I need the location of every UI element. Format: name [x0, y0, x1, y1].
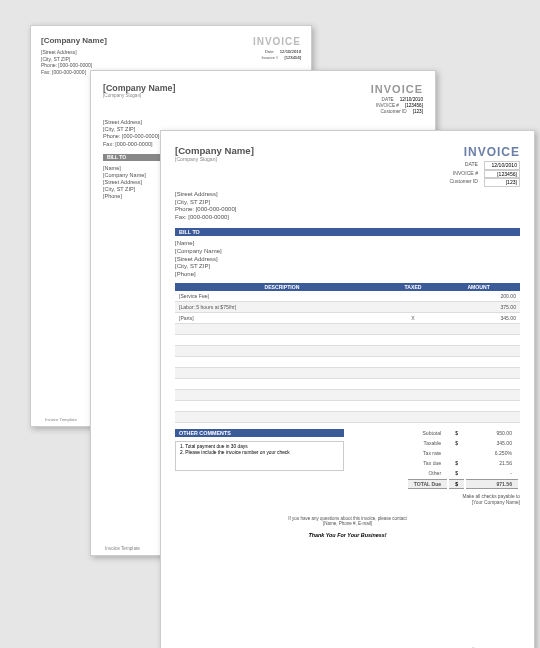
col-desc: DESCRIPTION: [175, 283, 389, 291]
subtotal-value: 950.00: [466, 429, 518, 437]
invoice-title: INVOICE: [371, 83, 423, 95]
other-label: Other: [408, 469, 447, 477]
comments-box: 1. Total payment due in 30 days 2. Pleas…: [175, 441, 344, 471]
item-desc: [Service Fee]: [175, 291, 389, 302]
totals-block: Subtotal$950.00 Taxable$345.00 Tax rate6…: [352, 427, 521, 491]
payable-line2: [Your Company Name]: [352, 500, 521, 506]
item-amount: [437, 390, 520, 401]
item-taxed: [389, 291, 437, 302]
total-value: 971.56: [466, 479, 518, 489]
taxable-label: Taxable: [408, 439, 447, 447]
billto-header: BILL TO: [175, 228, 520, 236]
company-slogan: [Company Slogan]: [175, 156, 254, 162]
item-amount: [437, 401, 520, 412]
line-items-table: DESCRIPTION TAXED AMOUNT [Service Fee]20…: [175, 283, 520, 423]
table-row: [175, 357, 520, 368]
credit-left: Invoice Template: [45, 417, 77, 422]
billto-street: [Street Address]: [175, 256, 520, 264]
item-desc: [Parts]: [175, 313, 389, 324]
cust-label: Customer ID: [381, 109, 407, 115]
item-amount: [437, 379, 520, 390]
invnum-value: [123456]: [284, 55, 301, 61]
item-taxed: [389, 357, 437, 368]
col-amount: AMOUNT: [437, 283, 520, 291]
item-desc: [175, 401, 389, 412]
tax-value: 21.56: [466, 459, 518, 467]
table-row: [175, 346, 520, 357]
item-taxed: [389, 401, 437, 412]
item-amount: 375.00: [437, 302, 520, 313]
table-row: [175, 379, 520, 390]
addr-city: [City, ST ZIP]: [175, 199, 520, 207]
total-label: TOTAL Due: [408, 479, 447, 489]
billto-phone: [Phone]: [175, 271, 520, 279]
billto-co: [Company Name]: [175, 248, 520, 256]
comment-line: 2. Please include the invoice number on …: [180, 450, 339, 456]
item-desc: [175, 324, 389, 335]
cust-value: [123]: [484, 178, 520, 187]
billto-city: [City, ST ZIP]: [175, 263, 520, 271]
other-value: -: [466, 469, 518, 477]
item-taxed: [389, 324, 437, 335]
table-row: [175, 335, 520, 346]
comments-header: OTHER COMMENTS: [175, 429, 344, 437]
table-row: [175, 324, 520, 335]
rate-label: Tax rate: [408, 449, 447, 457]
taxable-value: 345.00: [466, 439, 518, 447]
item-desc: [175, 368, 389, 379]
invnum-label: Invoice #: [261, 55, 278, 61]
item-taxed: [389, 412, 437, 423]
item-amount: [437, 412, 520, 423]
cust-label: Customer ID: [449, 178, 478, 187]
item-taxed: [389, 346, 437, 357]
thank-you: Thank You For Your Business!: [175, 532, 520, 538]
item-desc: [175, 346, 389, 357]
cust-value: [123]: [413, 109, 423, 115]
item-amount: [437, 357, 520, 368]
company-name: [Company Name]: [103, 83, 175, 93]
addr-street: [Street Address]: [103, 119, 423, 126]
invoice-title: INVOICE: [253, 36, 301, 47]
billto-name: [Name]: [175, 240, 520, 248]
item-amount: [437, 335, 520, 346]
item-amount: [437, 368, 520, 379]
table-row: [Parts]X345.00: [175, 313, 520, 324]
table-row: [Service Fee]200.00: [175, 291, 520, 302]
table-row: [175, 412, 520, 423]
item-desc: [175, 390, 389, 401]
item-taxed: [389, 368, 437, 379]
item-taxed: [389, 390, 437, 401]
invnum-label: INVOICE #: [453, 170, 478, 179]
date-label: DATE: [465, 161, 478, 170]
tax-label: Tax due: [408, 459, 447, 467]
date-value: 12/10/2010: [484, 161, 520, 170]
item-taxed: [389, 335, 437, 346]
table-row: [Labor: 5 hours at $75/hr]375.00: [175, 302, 520, 313]
item-desc: [175, 357, 389, 368]
item-amount: 200.00: [437, 291, 520, 302]
invoice-title: INVOICE: [449, 145, 520, 159]
subtotal-label: Subtotal: [408, 429, 447, 437]
table-row: [175, 401, 520, 412]
item-taxed: X: [389, 313, 437, 324]
invnum-value: [123456]: [484, 170, 520, 179]
company-name: [Company Name]: [175, 145, 254, 156]
table-row: [175, 390, 520, 401]
addr-fax: Fax: [000-000-0000]: [175, 214, 520, 222]
item-amount: 345.00: [437, 313, 520, 324]
item-desc: [175, 335, 389, 346]
rate-value: 6.250%: [466, 449, 518, 457]
item-taxed: [389, 302, 437, 313]
table-row: [175, 368, 520, 379]
addr-phone: Phone: [000-000-0000]: [175, 206, 520, 214]
addr-street: [Street Address]: [175, 191, 520, 199]
invoice-page-front: [Company Name] [Company Slogan] INVOICE …: [160, 130, 535, 648]
item-desc: [175, 412, 389, 423]
item-taxed: [389, 379, 437, 390]
col-taxed: TAXED: [389, 283, 437, 291]
item-amount: [437, 346, 520, 357]
item-desc: [Labor: 5 hours at $75/hr]: [175, 302, 389, 313]
credit-left: Invoice Template: [105, 546, 140, 551]
company-name: [Company Name]: [41, 36, 107, 45]
company-slogan: [Company Slogan]: [103, 93, 175, 98]
